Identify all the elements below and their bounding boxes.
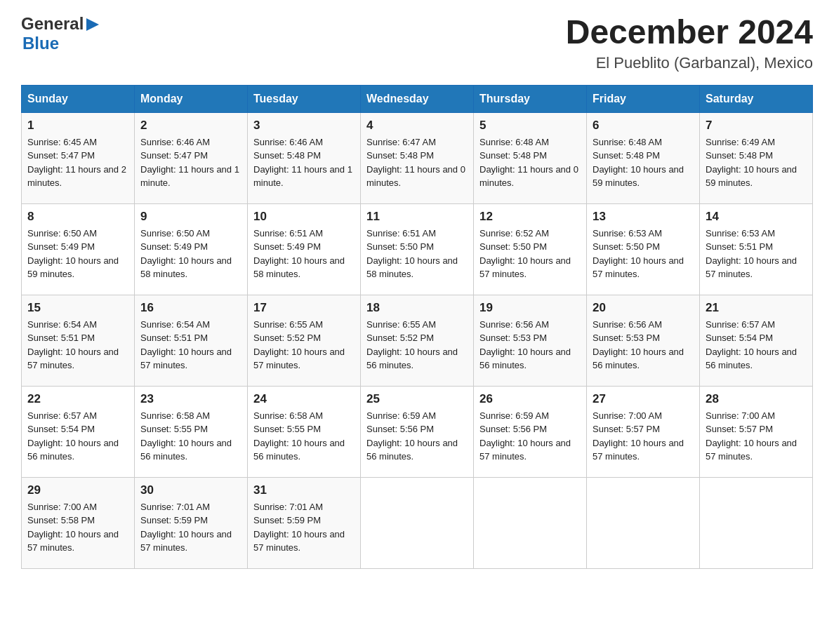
weekday-header-wednesday: Wednesday bbox=[361, 85, 474, 112]
day-detail: Sunrise: 6:54 AMSunset: 5:51 PMDaylight:… bbox=[140, 319, 232, 371]
calendar-cell: 7Sunrise: 6:49 AMSunset: 5:48 PMDaylight… bbox=[700, 112, 813, 203]
day-detail: Sunrise: 6:48 AMSunset: 5:48 PMDaylight:… bbox=[479, 137, 578, 189]
day-detail: Sunrise: 6:53 AMSunset: 5:51 PMDaylight:… bbox=[706, 228, 797, 280]
calendar-cell: 14Sunrise: 6:53 AMSunset: 5:51 PMDayligh… bbox=[700, 203, 813, 295]
calendar-cell: 27Sunrise: 7:00 AMSunset: 5:57 PMDayligh… bbox=[587, 386, 700, 477]
day-detail: Sunrise: 6:57 AMSunset: 5:54 PMDaylight:… bbox=[27, 410, 119, 462]
day-number: 30 bbox=[140, 483, 241, 497]
logo: General Blue bbox=[21, 14, 99, 53]
logo-arrow-icon bbox=[86, 18, 99, 34]
calendar-cell: 18Sunrise: 6:55 AMSunset: 5:52 PMDayligh… bbox=[361, 295, 474, 386]
calendar-cell: 21Sunrise: 6:57 AMSunset: 5:54 PMDayligh… bbox=[700, 295, 813, 386]
weekday-header-sunday: Sunday bbox=[22, 85, 135, 112]
day-number: 29 bbox=[27, 483, 128, 497]
calendar-cell: 10Sunrise: 6:51 AMSunset: 5:49 PMDayligh… bbox=[248, 203, 361, 295]
day-detail: Sunrise: 6:55 AMSunset: 5:52 PMDaylight:… bbox=[253, 319, 345, 371]
calendar-cell: 28Sunrise: 7:00 AMSunset: 5:57 PMDayligh… bbox=[700, 386, 813, 477]
calendar-week-row: 29Sunrise: 7:00 AMSunset: 5:58 PMDayligh… bbox=[22, 477, 813, 568]
calendar-cell: 30Sunrise: 7:01 AMSunset: 5:59 PMDayligh… bbox=[135, 477, 248, 568]
day-number: 25 bbox=[366, 392, 468, 406]
day-number: 16 bbox=[140, 301, 241, 315]
day-number: 14 bbox=[706, 210, 807, 224]
day-detail: Sunrise: 7:00 AMSunset: 5:58 PMDaylight:… bbox=[27, 502, 119, 554]
calendar-cell: 5Sunrise: 6:48 AMSunset: 5:48 PMDaylight… bbox=[474, 112, 587, 203]
weekday-header-tuesday: Tuesday bbox=[248, 85, 361, 112]
day-number: 17 bbox=[253, 301, 355, 315]
calendar-cell: 29Sunrise: 7:00 AMSunset: 5:58 PMDayligh… bbox=[22, 477, 135, 568]
day-detail: Sunrise: 6:57 AMSunset: 5:54 PMDaylight:… bbox=[706, 319, 797, 371]
day-detail: Sunrise: 6:58 AMSunset: 5:55 PMDaylight:… bbox=[140, 410, 232, 462]
calendar-cell bbox=[587, 477, 700, 568]
svg-marker-0 bbox=[86, 18, 99, 31]
day-number: 24 bbox=[253, 392, 355, 406]
day-detail: Sunrise: 6:56 AMSunset: 5:53 PMDaylight:… bbox=[479, 319, 571, 371]
day-detail: Sunrise: 6:46 AMSunset: 5:47 PMDaylight:… bbox=[140, 137, 239, 189]
calendar-cell: 25Sunrise: 6:59 AMSunset: 5:56 PMDayligh… bbox=[361, 386, 474, 477]
day-number: 12 bbox=[479, 210, 581, 224]
calendar-week-row: 15Sunrise: 6:54 AMSunset: 5:51 PMDayligh… bbox=[22, 295, 813, 386]
day-number: 9 bbox=[140, 210, 241, 224]
weekday-header-thursday: Thursday bbox=[474, 85, 587, 112]
weekday-header-row: SundayMondayTuesdayWednesdayThursdayFrid… bbox=[22, 85, 813, 112]
calendar-cell: 19Sunrise: 6:56 AMSunset: 5:53 PMDayligh… bbox=[474, 295, 587, 386]
calendar-cell: 9Sunrise: 6:50 AMSunset: 5:49 PMDaylight… bbox=[135, 203, 248, 295]
calendar-cell: 31Sunrise: 7:01 AMSunset: 5:59 PMDayligh… bbox=[248, 477, 361, 568]
calendar-cell bbox=[700, 477, 813, 568]
day-number: 18 bbox=[366, 301, 468, 315]
day-number: 26 bbox=[479, 392, 581, 406]
day-detail: Sunrise: 6:59 AMSunset: 5:56 PMDaylight:… bbox=[479, 410, 571, 462]
day-detail: Sunrise: 6:47 AMSunset: 5:48 PMDaylight:… bbox=[366, 137, 465, 189]
day-detail: Sunrise: 6:58 AMSunset: 5:55 PMDaylight:… bbox=[253, 410, 345, 462]
logo-blue-text: Blue bbox=[22, 34, 59, 53]
day-number: 23 bbox=[140, 392, 241, 406]
day-number: 27 bbox=[593, 392, 694, 406]
calendar-cell: 2Sunrise: 6:46 AMSunset: 5:47 PMDaylight… bbox=[135, 112, 248, 203]
day-detail: Sunrise: 7:00 AMSunset: 5:57 PMDaylight:… bbox=[593, 410, 684, 462]
calendar-cell: 15Sunrise: 6:54 AMSunset: 5:51 PMDayligh… bbox=[22, 295, 135, 386]
day-number: 11 bbox=[366, 210, 468, 224]
day-number: 6 bbox=[593, 119, 694, 133]
day-detail: Sunrise: 6:48 AMSunset: 5:48 PMDaylight:… bbox=[593, 137, 684, 189]
day-detail: Sunrise: 6:51 AMSunset: 5:49 PMDaylight:… bbox=[253, 228, 345, 280]
calendar-cell: 16Sunrise: 6:54 AMSunset: 5:51 PMDayligh… bbox=[135, 295, 248, 386]
calendar-table: SundayMondayTuesdayWednesdayThursdayFrid… bbox=[21, 85, 813, 569]
calendar-cell: 6Sunrise: 6:48 AMSunset: 5:48 PMDaylight… bbox=[587, 112, 700, 203]
calendar-cell bbox=[474, 477, 587, 568]
day-number: 13 bbox=[593, 210, 694, 224]
day-number: 21 bbox=[706, 301, 807, 315]
title-area: December 2024 El Pueblito (Garbanzal), M… bbox=[566, 14, 813, 72]
page-header: General Blue December 2024 El Pueblito (… bbox=[21, 14, 813, 72]
calendar-cell: 8Sunrise: 6:50 AMSunset: 5:49 PMDaylight… bbox=[22, 203, 135, 295]
day-detail: Sunrise: 6:51 AMSunset: 5:50 PMDaylight:… bbox=[366, 228, 458, 280]
weekday-header-saturday: Saturday bbox=[700, 85, 813, 112]
day-number: 22 bbox=[27, 392, 128, 406]
day-number: 31 bbox=[253, 483, 355, 497]
day-detail: Sunrise: 6:50 AMSunset: 5:49 PMDaylight:… bbox=[27, 228, 119, 280]
calendar-cell: 26Sunrise: 6:59 AMSunset: 5:56 PMDayligh… bbox=[474, 386, 587, 477]
calendar-cell: 24Sunrise: 6:58 AMSunset: 5:55 PMDayligh… bbox=[248, 386, 361, 477]
calendar-week-row: 1Sunrise: 6:45 AMSunset: 5:47 PMDaylight… bbox=[22, 112, 813, 203]
day-number: 8 bbox=[27, 210, 128, 224]
day-number: 4 bbox=[366, 119, 468, 133]
calendar-week-row: 8Sunrise: 6:50 AMSunset: 5:49 PMDaylight… bbox=[22, 203, 813, 295]
calendar-cell: 1Sunrise: 6:45 AMSunset: 5:47 PMDaylight… bbox=[22, 112, 135, 203]
day-number: 7 bbox=[706, 119, 807, 133]
calendar-cell: 23Sunrise: 6:58 AMSunset: 5:55 PMDayligh… bbox=[135, 386, 248, 477]
day-number: 20 bbox=[593, 301, 694, 315]
calendar-cell: 12Sunrise: 6:52 AMSunset: 5:50 PMDayligh… bbox=[474, 203, 587, 295]
calendar-cell: 3Sunrise: 6:46 AMSunset: 5:48 PMDaylight… bbox=[248, 112, 361, 203]
calendar-cell: 4Sunrise: 6:47 AMSunset: 5:48 PMDaylight… bbox=[361, 112, 474, 203]
day-detail: Sunrise: 6:54 AMSunset: 5:51 PMDaylight:… bbox=[27, 319, 119, 371]
calendar-week-row: 22Sunrise: 6:57 AMSunset: 5:54 PMDayligh… bbox=[22, 386, 813, 477]
day-detail: Sunrise: 7:01 AMSunset: 5:59 PMDaylight:… bbox=[140, 502, 232, 554]
day-detail: Sunrise: 6:53 AMSunset: 5:50 PMDaylight:… bbox=[593, 228, 684, 280]
calendar-cell: 11Sunrise: 6:51 AMSunset: 5:50 PMDayligh… bbox=[361, 203, 474, 295]
day-detail: Sunrise: 6:56 AMSunset: 5:53 PMDaylight:… bbox=[593, 319, 684, 371]
calendar-cell: 17Sunrise: 6:55 AMSunset: 5:52 PMDayligh… bbox=[248, 295, 361, 386]
day-number: 1 bbox=[27, 119, 128, 133]
calendar-cell: 22Sunrise: 6:57 AMSunset: 5:54 PMDayligh… bbox=[22, 386, 135, 477]
day-number: 10 bbox=[253, 210, 355, 224]
day-number: 15 bbox=[27, 301, 128, 315]
logo-general-text: General bbox=[21, 14, 84, 34]
day-number: 2 bbox=[140, 119, 241, 133]
